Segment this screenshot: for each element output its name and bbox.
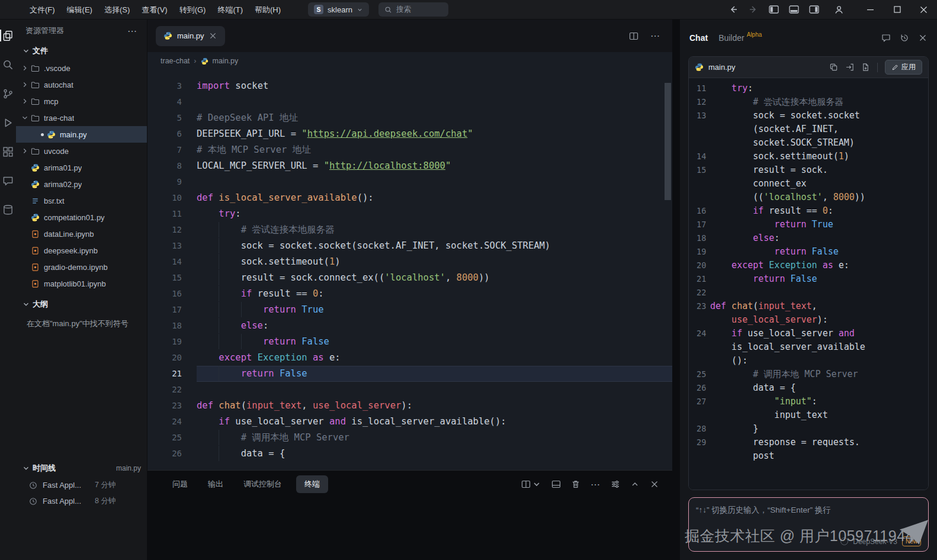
chat-sidebar-icon[interactable] <box>2 174 15 187</box>
panel-layout-icon[interactable] <box>551 479 561 489</box>
code-line[interactable]: 15result = sock. <box>689 163 928 177</box>
code-line[interactable]: 27"input": <box>689 395 928 408</box>
code-editor[interactable]: 3import socket45# DeepSeek API 地址6DEEPSE… <box>147 70 672 470</box>
apply-button[interactable]: 应用 <box>885 60 922 75</box>
code-line[interactable]: 8LOCAL_MCP_SERVER_URL = "http://localhos… <box>147 158 672 174</box>
tree-item-gradio-demo.ipynb[interactable]: gradio-demo.ipynb <box>16 259 147 275</box>
toggle-sidebar-icon[interactable] <box>763 0 784 20</box>
extensions-icon[interactable] <box>2 145 15 158</box>
code-line[interactable]: 21return False <box>147 366 672 382</box>
code-line[interactable]: 15result = sock.connect_ex(('localhost',… <box>147 270 672 286</box>
run-debug-icon[interactable] <box>2 116 15 129</box>
global-search[interactable]: 搜索 <box>378 2 448 17</box>
insert-code-icon[interactable] <box>845 63 854 72</box>
panel-tab-terminal[interactable]: 终端 <box>296 475 328 493</box>
code-line[interactable]: 22 <box>689 286 928 300</box>
code-line[interactable]: 20except Exception as e: <box>689 259 928 272</box>
editor-scrollbar[interactable] <box>665 78 671 466</box>
code-line[interactable]: socket.SOCK_STREAM) <box>689 136 928 150</box>
explorer-icon[interactable] <box>2 29 15 42</box>
database-icon[interactable] <box>2 203 15 216</box>
minimize-button[interactable] <box>857 0 884 20</box>
source-control-icon[interactable] <box>2 87 15 100</box>
code-line[interactable]: 29response = requests. <box>689 436 928 449</box>
code-line[interactable]: 12# 尝试连接本地服务器 <box>689 95 928 109</box>
forward-icon[interactable] <box>743 0 763 20</box>
code-line[interactable]: (socket.AF_INET, <box>689 123 928 136</box>
project-selector[interactable]: S sklearn <box>308 2 369 17</box>
outline-section-header[interactable]: 大纲 <box>16 295 147 313</box>
close-chat-icon[interactable] <box>918 33 928 43</box>
breadcrumb-folder[interactable]: trae-chat <box>161 57 190 65</box>
code-line[interactable]: 11try: <box>689 82 928 95</box>
code-line[interactable]: 18else: <box>147 318 672 334</box>
trash-icon[interactable] <box>571 479 580 489</box>
timeline-section-header[interactable]: 时间线 main.py <box>16 459 147 477</box>
close-window-button[interactable] <box>910 0 937 20</box>
files-section-header[interactable]: 文件 <box>16 42 147 60</box>
tree-item-trae-chat[interactable]: trae-chat <box>16 110 147 126</box>
code-line[interactable]: 26data = { <box>147 446 672 462</box>
panel-tab-debug-console[interactable]: 调试控制台 <box>238 475 288 493</box>
send-icon[interactable] <box>898 519 930 546</box>
code-line[interactable]: 4 <box>147 94 672 110</box>
code-line[interactable]: 24if use_local_server and is_local_serve… <box>147 414 672 430</box>
search-sidebar-icon[interactable] <box>2 58 15 71</box>
code-line[interactable]: use_local_server): <box>689 313 928 327</box>
menu-item[interactable]: 终端(T) <box>211 0 249 20</box>
copy-icon[interactable] <box>829 63 838 72</box>
code-line[interactable]: 20except Exception as e: <box>147 350 672 366</box>
code-line[interactable]: (('localhost', 8000)) <box>689 191 928 204</box>
panel-tab-problems[interactable]: 问题 <box>166 475 194 493</box>
code-line[interactable]: is_local_server_available <box>689 340 928 354</box>
code-line[interactable]: 28} <box>689 422 928 436</box>
code-line[interactable]: 9 <box>147 174 672 190</box>
code-line[interactable]: 23def chat(input_text, <box>689 300 928 313</box>
code-line[interactable]: 3import socket <box>147 78 672 94</box>
tree-item-competation01.py[interactable]: competation01.py <box>16 209 147 226</box>
tab-chat[interactable]: Chat <box>689 33 708 43</box>
tree-item-bsr.txt[interactable]: bsr.txt <box>16 192 147 209</box>
code-line[interactable]: 16if result == 0: <box>147 286 672 302</box>
close-tab-icon[interactable] <box>209 32 217 40</box>
model-selector[interactable]: DeepSeek-V3 <box>853 538 897 546</box>
more-actions-icon[interactable]: ⋯ <box>591 479 601 490</box>
code-line[interactable]: 17return True <box>689 218 928 231</box>
tree-item-dataLine.ipynb[interactable]: dataLine.ipynb <box>16 226 147 242</box>
split-terminal-icon[interactable] <box>521 479 541 489</box>
code-line[interactable]: 12# 尝试连接本地服务器 <box>147 222 672 238</box>
explorer-more-icon[interactable]: ⋯ <box>127 25 137 37</box>
toggle-secondary-sidebar-icon[interactable] <box>804 0 824 20</box>
history-icon[interactable] <box>900 33 909 43</box>
tree-item-mcp[interactable]: mcp <box>16 93 147 110</box>
tree-item-arima02.py[interactable]: arima02.py <box>16 176 147 192</box>
menu-item[interactable]: 查看(V) <box>136 0 173 20</box>
tab-builder[interactable]: Builder Alpha <box>718 33 762 43</box>
code-line[interactable]: 14sock.settimeout(1) <box>147 254 672 270</box>
code-line[interactable]: 25# 调用本地 MCP Server <box>689 368 928 381</box>
timeline-item[interactable]: Fast Appl...7 分钟 <box>16 477 147 493</box>
code-line[interactable]: post <box>689 449 928 463</box>
code-line[interactable]: 14sock.settimeout(1) <box>689 150 928 163</box>
account-icon[interactable] <box>829 0 849 20</box>
menu-item[interactable]: 文件(F) <box>24 0 61 20</box>
code-line[interactable]: (): <box>689 354 928 368</box>
tree-item-autochat[interactable]: autochat <box>16 76 147 93</box>
tree-item-.vscode[interactable]: .vscode <box>16 60 147 76</box>
menu-item[interactable]: 选择(S) <box>98 0 136 20</box>
tree-item-matplotlib01.ipynb[interactable]: matplotlib01.ipynb <box>16 275 147 292</box>
code-line[interactable]: 19return False <box>689 245 928 259</box>
feedback-icon[interactable] <box>881 33 891 43</box>
filter-icon[interactable] <box>611 479 620 489</box>
panel-tab-output[interactable]: 输出 <box>202 475 229 493</box>
code-line[interactable]: 18else: <box>689 231 928 245</box>
menu-item[interactable]: 转到(G) <box>174 0 212 20</box>
code-line[interactable]: 19return False <box>147 334 672 350</box>
toggle-panel-icon[interactable] <box>784 0 804 20</box>
scrollbar-thumb[interactable] <box>665 83 671 200</box>
tree-item-deepseek.ipynb[interactable]: deepseek.ipynb <box>16 242 147 259</box>
code-line[interactable]: 6DEEPSEEK_API_URL = "https://api.deepsee… <box>147 126 672 142</box>
maximize-button[interactable] <box>884 0 910 20</box>
code-line[interactable]: 13sock = socket.socket <box>689 109 928 123</box>
tree-item-arima01.py[interactable]: arima01.py <box>16 159 147 176</box>
